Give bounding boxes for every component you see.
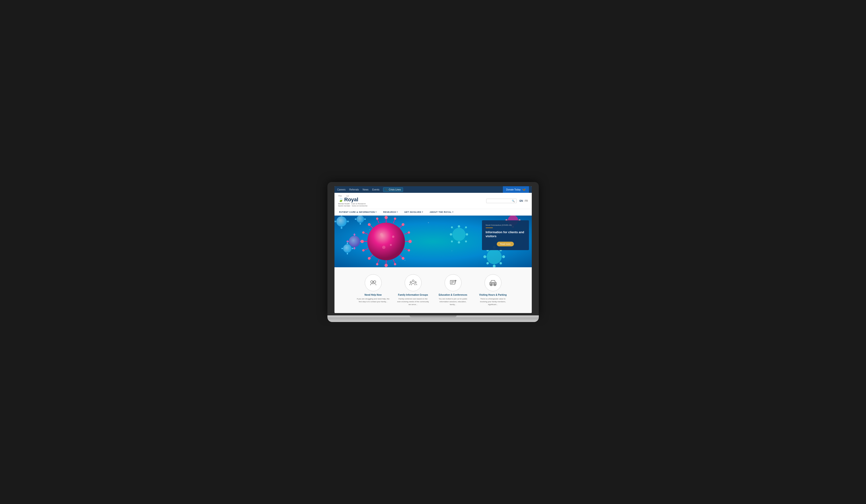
news-link[interactable]: News (363, 188, 368, 191)
logo-subtitle: Mental Health · Care & Research Santé me… (338, 203, 368, 207)
svg-point-58 (402, 223, 404, 226)
svg-point-84 (466, 233, 468, 236)
education-desc: You are invited to join us for public in… (437, 298, 469, 306)
search-input[interactable] (488, 200, 512, 202)
referrals-link[interactable]: Referrals (349, 188, 359, 191)
svg-rect-136 (492, 283, 494, 284)
language-switcher: EN | FR (520, 200, 528, 202)
svg-point-25 (352, 248, 353, 249)
overlay-card-label: Novel Coronavirus (COVID-19): (486, 224, 525, 226)
svg-point-87 (451, 226, 453, 228)
svg-point-67 (376, 263, 378, 265)
family-groups-desc: Family-centered care based on the ever-e… (397, 298, 430, 306)
svg-point-7 (347, 221, 349, 222)
svg-point-16 (364, 219, 366, 220)
svg-rect-138 (495, 283, 496, 284)
svg-point-120 (404, 260, 406, 261)
svg-point-36 (347, 240, 348, 242)
svg-point-115 (486, 262, 489, 265)
family-groups-icon (405, 274, 422, 291)
main-nav: PATIENT CARE & INFORMATION ▾ RESEARCH ▾ … (334, 209, 532, 216)
svg-point-100 (487, 249, 502, 264)
svg-point-73 (390, 244, 392, 246)
nav-about-royal[interactable]: ABOUT THE ROYAL ▾ (429, 209, 454, 215)
read-more-button[interactable]: Read more (497, 242, 514, 246)
svg-point-19 (343, 244, 352, 253)
svg-point-132 (455, 280, 456, 281)
svg-point-10 (357, 216, 364, 223)
overlay-card-title: Information for clients and visitors (486, 231, 525, 238)
svg-point-26 (347, 253, 348, 254)
svg-point-1 (336, 216, 347, 227)
search-icon[interactable]: 🔍 (512, 200, 515, 202)
careers-link[interactable]: Careers (337, 188, 346, 191)
svg-point-74 (452, 228, 466, 241)
quick-link-visiting-hours[interactable]: Visiting Hours & Parking There is a ther… (477, 274, 509, 306)
logo-name[interactable]: Royal (344, 197, 358, 202)
donate-button[interactable]: Donate Today 🦋 (503, 186, 529, 193)
logo-area: The Le 🍃 Royal Mental Health · Care & Re… (338, 195, 368, 207)
svg-point-53 (385, 216, 388, 219)
education-icon (445, 274, 462, 291)
nav-research[interactable]: RESEARCH ▾ (382, 209, 399, 215)
need-help-title: Need Help Now (357, 293, 390, 296)
hero-banner: Novel Coronavirus (COVID-19): Informatio… (334, 216, 532, 267)
svg-point-72 (382, 246, 386, 249)
chevron-down-icon: ▾ (397, 211, 398, 213)
svg-point-71 (392, 236, 395, 238)
quick-link-need-help[interactable]: Need Help Now If you are struggling and … (357, 274, 390, 306)
nav-patient-care[interactable]: PATIENT CARE & INFORMATION ▾ (338, 209, 378, 215)
svg-point-56 (409, 240, 412, 243)
svg-point-28 (349, 236, 360, 247)
header-right: 🔍 EN | FR (486, 199, 528, 203)
family-groups-title: Family Information Groups (397, 293, 430, 296)
visiting-hours-title: Visiting Hours & Parking (477, 293, 509, 296)
need-help-desc: If you are struggling and need help, the… (357, 298, 390, 303)
lang-en[interactable]: EN (520, 200, 523, 202)
svg-point-66 (394, 217, 396, 220)
browser-screen: Careers Referrals News Events 📞 Crisis L… (334, 186, 532, 313)
svg-point-118 (452, 250, 452, 251)
svg-point-35 (354, 247, 355, 249)
svg-point-65 (376, 217, 378, 220)
visiting-hours-icon (485, 274, 501, 291)
search-box[interactable]: 🔍 (486, 199, 517, 203)
svg-point-89 (451, 240, 453, 242)
chevron-down-icon: ▾ (452, 211, 454, 213)
svg-point-116 (500, 262, 502, 265)
svg-point-61 (362, 231, 365, 234)
top-bar: Careers Referrals News Events 📞 Crisis L… (334, 186, 532, 193)
overlay-card-divider (486, 227, 493, 228)
hero-overlay-card: Novel Coronavirus (COVID-19): Informatio… (482, 220, 529, 250)
quick-links-grid: Need Help Now If you are struggling and … (338, 274, 528, 306)
leaf-icon: 🍃 (338, 197, 343, 202)
svg-point-33 (354, 234, 355, 236)
svg-point-62 (408, 231, 410, 234)
crisis-lines-button[interactable]: 📞 Crisis Lines (383, 188, 403, 192)
chevron-down-icon: ▾ (376, 211, 377, 213)
svg-point-24 (347, 243, 348, 244)
svg-rect-137 (490, 283, 492, 284)
events-link[interactable]: Events (372, 188, 380, 191)
svg-point-59 (368, 257, 371, 260)
screen-bezel: Careers Referrals News Events 📞 Crisis L… (327, 182, 539, 315)
svg-point-57 (368, 223, 371, 226)
svg-point-68 (394, 263, 396, 265)
need-help-icon (365, 274, 382, 291)
phone-icon: 📞 (385, 188, 388, 191)
svg-point-55 (360, 240, 364, 243)
visiting-hours-desc: There is a therapeutic value to involvin… (477, 298, 509, 306)
top-bar-nav: Careers Referrals News Events 📞 Crisis L… (337, 188, 403, 192)
quick-link-family-groups[interactable]: Family Information Groups Family-centere… (397, 274, 430, 306)
laptop-container: Careers Referrals News Events 📞 Crisis L… (327, 182, 539, 322)
svg-point-27 (342, 248, 343, 249)
nav-get-involved[interactable]: GET INVOLVED ▾ (403, 209, 424, 215)
chevron-down-icon: ▾ (422, 211, 423, 213)
svg-point-17 (359, 223, 361, 225)
svg-point-117 (428, 222, 429, 223)
svg-point-83 (458, 225, 460, 227)
lang-fr[interactable]: FR (525, 200, 528, 202)
svg-point-60 (402, 257, 404, 260)
quick-link-education[interactable]: Education & Conferences You are invited … (437, 274, 469, 306)
svg-point-112 (484, 255, 486, 258)
